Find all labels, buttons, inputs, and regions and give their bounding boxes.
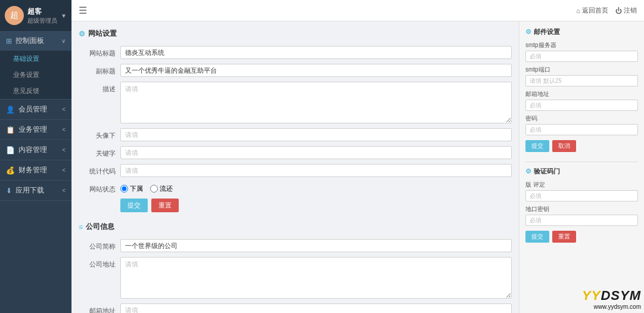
website-settings-buttons: 提交 重置 — [79, 199, 512, 212]
user-role: 超级管理员 — [27, 17, 57, 25]
nav-section-dashboard: ⊞ 控制面板 ∨ 基础设置 业务设置 意见反馈 — [0, 31, 71, 100]
captcha-settings-reset-button[interactable]: 重置 — [552, 231, 576, 243]
sidebar-item-finance-mgmt[interactable]: 💰 财务管理 < — [0, 160, 71, 180]
dashboard-sub-items: 基础设置 业务设置 意见反馈 — [0, 51, 71, 99]
sender-address-label: 邮箱地址 — [525, 90, 638, 98]
right-panel: ⚙ 邮件设置 smtp服务器 smtp端口 邮箱地址 密码 — [519, 21, 644, 313]
app-key-input[interactable] — [525, 215, 638, 226]
chevron-icon: < — [62, 147, 66, 153]
sidebar-item-account-mgmt[interactable]: 👤 会员管理 < — [0, 100, 71, 119]
status-label: 网站状态 — [79, 182, 120, 194]
company-address-label: 公司地址 — [79, 257, 120, 269]
dashboard-icon: ⊞ — [6, 37, 12, 45]
sender-address-input[interactable] — [525, 100, 638, 111]
company-settings-title: 公司信息 — [86, 222, 114, 232]
captcha-settings-title: 验证码门 — [534, 167, 560, 176]
captcha-settings-icon: ⚙ — [525, 168, 531, 175]
site-title-group: 网站标题 — [79, 46, 512, 59]
captcha-settings-buttons: 提交 重置 — [525, 231, 638, 243]
menu-toggle-icon[interactable]: ☰ — [79, 5, 87, 16]
website-settings-reset-button[interactable]: 重置 — [151, 199, 179, 212]
keywords-group: 关键字 — [79, 146, 512, 159]
email-address-input[interactable] — [120, 303, 512, 313]
logout-icon: ⏻ — [615, 7, 622, 14]
app-id-group: 版 评定 — [525, 181, 638, 202]
sidebar-item-business-mgmt[interactable]: 📋 业务管理 < — [0, 120, 71, 140]
content-area: ⚙ 网站设置 网站标题 副标题 描述 — [71, 21, 644, 313]
left-panel: ⚙ 网站设置 网站标题 副标题 描述 — [71, 21, 519, 313]
download-icon: ⬇ — [6, 187, 12, 195]
logo-input[interactable] — [120, 128, 512, 141]
business-icon: 📋 — [6, 126, 15, 134]
smtp-server-input[interactable] — [525, 51, 638, 62]
nav-section-content: 📄 内容管理 < — [0, 140, 71, 160]
sender-address-group: 邮箱地址 — [525, 90, 638, 111]
sidebar-item-label: 内容管理 — [18, 145, 47, 155]
finance-icon: 💰 — [6, 166, 15, 175]
email-password-label: 密码 — [525, 114, 638, 123]
email-settings-buttons: 提交 取消 — [525, 140, 638, 152]
website-settings-submit-button[interactable]: 提交 — [120, 199, 148, 212]
sidebar-item-dashboard[interactable]: ⊞ 控制面板 ∨ — [0, 31, 71, 51]
nav-section-business: 📋 业务管理 < — [0, 120, 71, 140]
status-closed-radio[interactable] — [150, 185, 158, 193]
status-group: 网站状态 下属 流还 — [79, 182, 512, 194]
subtitle-input[interactable] — [120, 64, 512, 77]
account-icon: 👤 — [6, 106, 15, 114]
company-name-input[interactable] — [120, 239, 512, 252]
company-name-label: 公司简称 — [79, 239, 120, 251]
sidebar-item-basic-settings[interactable]: 基础设置 — [0, 51, 71, 67]
topbar-actions: ⌂ 返回首页 ⏻ 注销 — [576, 6, 637, 15]
company-address-input[interactable] — [120, 257, 512, 299]
description-input[interactable] — [120, 82, 512, 123]
smtp-port-group: smtp端口 — [525, 66, 638, 86]
captcha-settings-header: ⚙ 验证码门 — [525, 167, 638, 176]
keywords-input[interactable] — [120, 146, 512, 159]
email-settings-cancel-button[interactable]: 取消 — [552, 140, 576, 152]
nav-section-finance: 💰 财务管理 < — [0, 160, 71, 181]
captcha-settings-submit-button[interactable]: 提交 — [525, 231, 549, 243]
app-id-input[interactable] — [525, 190, 638, 202]
logout-button[interactable]: ⏻ 注销 — [615, 6, 637, 15]
status-open-label[interactable]: 下属 — [120, 184, 143, 193]
email-password-input[interactable] — [525, 124, 638, 135]
sidebar: 超 超客 超级管理员 ▼ ⊞ 控制面板 ∨ 基础设置 业务设置 意见反馈 👤 — [0, 0, 71, 313]
smtp-port-input[interactable] — [525, 75, 638, 86]
site-title-input[interactable] — [120, 46, 512, 59]
company-settings-section: ≡ 公司信息 公司简称 公司地址 邮箱地址 — [79, 222, 512, 313]
email-settings-icon: ⚙ — [525, 28, 531, 36]
stats-code-input[interactable] — [120, 164, 512, 177]
sidebar-item-content-mgmt[interactable]: 📄 内容管理 < — [0, 140, 71, 160]
captcha-settings-section: ⚙ 验证码门 版 评定 地口密钥 提交 重置 — [525, 167, 638, 243]
smtp-server-label: smtp服务器 — [525, 41, 638, 49]
sidebar-item-label: 控制面板 — [15, 36, 44, 46]
status-open-radio[interactable] — [120, 185, 128, 193]
email-settings-submit-button[interactable]: 提交 — [525, 140, 549, 152]
logout-label: 注销 — [624, 6, 637, 15]
description-label: 描述 — [79, 82, 120, 94]
sidebar-item-label: 业务管理 — [18, 125, 47, 135]
company-name-group: 公司简称 — [79, 239, 512, 252]
status-closed-label[interactable]: 流还 — [150, 184, 173, 193]
goto-homepage-label: 返回首页 — [582, 6, 608, 15]
description-group: 描述 — [79, 82, 512, 123]
chevron-icon: < — [62, 167, 66, 173]
main-content: ☰ ⌂ 返回首页 ⏻ 注销 ⚙ 网站设置 网站标题 — [71, 0, 644, 313]
user-dropdown-arrow[interactable]: ▼ — [61, 13, 67, 19]
sidebar-item-app-download[interactable]: ⬇ 应用下载 < — [0, 181, 71, 200]
keywords-label: 关键字 — [79, 146, 120, 158]
stats-code-label: 统计代码 — [79, 164, 120, 176]
chevron-icon: < — [62, 187, 66, 194]
status-open-text: 下属 — [130, 184, 143, 193]
sidebar-item-label: 财务管理 — [18, 165, 47, 175]
sidebar-item-label: 应用下载 — [15, 185, 44, 196]
sidebar-item-feedback[interactable]: 意见反馈 — [0, 83, 71, 99]
app-id-label: 版 评定 — [525, 181, 638, 189]
sidebar-item-business-settings[interactable]: 业务设置 — [0, 67, 71, 83]
goto-homepage-button[interactable]: ⌂ 返回首页 — [576, 6, 608, 15]
email-address-label: 邮箱地址 — [79, 303, 120, 313]
smtp-port-label: smtp端口 — [525, 66, 638, 74]
email-password-group: 密码 — [525, 114, 638, 135]
topbar: ☰ ⌂ 返回首页 ⏻ 注销 — [71, 0, 644, 21]
nav-section-account: 👤 会员管理 < — [0, 100, 71, 120]
